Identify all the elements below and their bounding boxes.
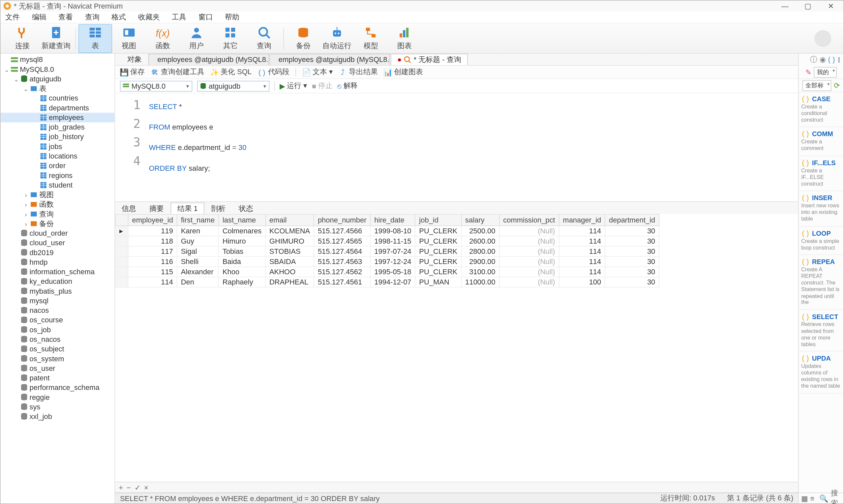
tree-reggie[interactable]: reggie [1, 393, 115, 402]
tree-cloud_user[interactable]: cloud_user [1, 238, 115, 248]
snippet-REPEA[interactable]: ( )REPEACreate A REPEAT construct. The S… [799, 255, 843, 310]
col-commission_pct[interactable]: commission_pct [499, 214, 559, 226]
col-salary[interactable]: salary [461, 214, 499, 226]
gear-icon[interactable]: ◉ [820, 55, 826, 64]
tree-job_history[interactable]: job_history [1, 132, 115, 142]
close-button[interactable]: ✕ [827, 2, 835, 10]
grid-op[interactable]: + [119, 483, 123, 492]
database-combo[interactable]: atguigudb [197, 80, 269, 91]
subtool-txt[interactable]: 📄文本 ▾ [302, 67, 333, 77]
tree-job_grades[interactable]: job_grades [1, 122, 115, 132]
menu-窗口[interactable]: 窗口 [198, 12, 213, 23]
tree-os_system[interactable]: os_system [1, 354, 115, 364]
subtool-braces[interactable]: ( )代码段 [257, 67, 289, 77]
col-phone_number[interactable]: phone_number [314, 214, 370, 226]
menu-收藏夹[interactable]: 收藏夹 [138, 12, 160, 23]
tree-表[interactable]: ⌄表 [1, 84, 115, 93]
snippet-SELECT[interactable]: ( )SELECTRetrieve rows selected from one… [799, 310, 843, 352]
all-tags-combo[interactable]: 全部标 [803, 80, 831, 91]
toolbar-query[interactable]: 查询 [247, 24, 281, 53]
menu-工具[interactable]: 工具 [172, 12, 186, 23]
subtool-tool[interactable]: 🛠查询创建工具 [151, 67, 204, 77]
grid-op[interactable]: − [127, 483, 131, 492]
tree-order[interactable]: order [1, 161, 115, 170]
table-row[interactable]: 118GuyHimuroGHIMURO515.127.45651998-11-1… [115, 236, 659, 246]
grid-op[interactable]: × [144, 483, 148, 492]
col-first_name[interactable]: first_name [177, 214, 219, 226]
minimize-button[interactable]: — [781, 2, 789, 10]
sql-editor[interactable]: 1234 SELECT * FROM employees e WHERE e.d… [115, 93, 798, 202]
tree-nacos[interactable]: nacos [1, 306, 115, 315]
stop-button[interactable]: ■停止 [312, 81, 333, 91]
tree-countries[interactable]: countries [1, 93, 115, 103]
tree-jobs[interactable]: jobs [1, 142, 115, 151]
tree-regions[interactable]: regions [1, 171, 115, 180]
result-tab-信息[interactable]: 信息 [115, 203, 143, 214]
toolbar-plug[interactable]: 连接 [5, 24, 39, 53]
table-row[interactable]: 117SigalTobiasSTOBIAS515.127.45641997-07… [115, 246, 659, 256]
explain-button[interactable]: ⎋解释 [337, 81, 358, 91]
tree-departments[interactable]: departments [1, 103, 115, 113]
tree-os_nacos[interactable]: os_nacos [1, 335, 115, 344]
tree-查询[interactable]: ›查询 [1, 209, 115, 219]
table-row[interactable]: 115AlexanderKhooAKHOO515.127.45621995-05… [115, 267, 659, 277]
tree-information_schema[interactable]: information_schema [1, 267, 115, 276]
toolbar-user[interactable]: 用户 [180, 24, 213, 53]
toolbar-table[interactable]: 表 [78, 24, 112, 53]
panel-toggle-icon[interactable]: ⫿ [838, 55, 841, 64]
toolbar-robot[interactable]: 自动运行 [320, 24, 354, 53]
tree-os_subject[interactable]: os_subject [1, 344, 115, 354]
tree-os_user[interactable]: os_user [1, 364, 115, 373]
editor-code[interactable]: SELECT * FROM employees e WHERE e.depart… [145, 93, 798, 201]
menu-查询[interactable]: 查询 [85, 12, 100, 23]
tree-xxl_job[interactable]: xxl_job [1, 412, 115, 421]
menu-查看[interactable]: 查看 [58, 12, 73, 23]
col-department_id[interactable]: department_id [605, 214, 659, 226]
tree-os_course[interactable]: os_course [1, 316, 115, 325]
table-row[interactable]: 119KarenColmenaresKCOLMENA515.127.456619… [115, 226, 659, 236]
col-manager_id[interactable]: manager_id [559, 214, 605, 226]
connection-tree[interactable]: mysql8⌄MySQL8.0⌄atguigudb⌄表countriesdepa… [1, 54, 115, 503]
info-icon[interactable]: ⓘ [810, 55, 817, 65]
col-last_name[interactable]: last_name [219, 214, 265, 226]
run-button[interactable]: ▶运行 ▾ [280, 81, 307, 91]
grid-nav[interactable]: +−✓× [119, 483, 152, 492]
menu-编辑[interactable]: 编辑 [32, 12, 47, 23]
toolbar-chart[interactable]: 图表 [388, 24, 421, 53]
snippet-IF...ELS[interactable]: ( )IF...ELSCreate a IF...ELSE construct [799, 156, 843, 192]
subtool-save[interactable]: 💾保存 [120, 67, 145, 77]
result-tab-剖析[interactable]: 剖析 [204, 203, 232, 214]
col-job_id[interactable]: job_id [415, 214, 461, 226]
toolbar-plus-doc[interactable]: 新建查询 [39, 24, 73, 53]
grid-icon[interactable]: ▦ [801, 494, 808, 503]
subtool-chart[interactable]: 📊创建图表 [384, 67, 423, 77]
subtool-export[interactable]: ⤴导出结果 [339, 67, 378, 77]
tree-ky_education[interactable]: ky_education [1, 276, 115, 286]
result-tab-状态[interactable]: 状态 [232, 203, 260, 214]
snippet-UPDA[interactable]: ( )UPDAUpdates columns of existing rows … [799, 352, 843, 394]
snippet-COMM[interactable]: ( )COMMCreate a comment [799, 128, 843, 156]
toolbar-backup[interactable]: 备份 [287, 24, 320, 53]
tree-视图[interactable]: ›视图 [1, 190, 115, 199]
tree-db2019[interactable]: db2019 [1, 248, 115, 257]
tree-patent[interactable]: patent [1, 373, 115, 383]
tree-cloud_order[interactable]: cloud_order [1, 229, 115, 238]
snippet-INSER[interactable]: ( )INSERInsert new rows into an existing… [799, 191, 843, 227]
toolbar-fx[interactable]: f(x)函数 [146, 24, 180, 53]
tree-函数[interactable]: ›函数 [1, 199, 115, 209]
tree-student[interactable]: student [1, 180, 115, 190]
menu-帮助[interactable]: 帮助 [225, 12, 239, 23]
toolbar-view[interactable]: 视图 [112, 24, 146, 53]
menu-文件[interactable]: 文件 [5, 12, 20, 23]
connection-combo[interactable]: MySQL8.0 [120, 80, 192, 91]
braces-icon[interactable]: ( ) [828, 55, 835, 64]
menu-格式[interactable]: 格式 [111, 12, 126, 23]
tree-performance_schema[interactable]: performance_schema [1, 383, 115, 392]
tree-os_job[interactable]: os_job [1, 325, 115, 335]
tree-hmdp[interactable]: hmdp [1, 257, 115, 267]
result-grid[interactable]: employee_idfirst_namelast_nameemailphone… [115, 214, 798, 482]
result-tab-结果 1[interactable]: 结果 1 [170, 203, 204, 214]
tree-mysql8[interactable]: mysql8 [1, 55, 115, 64]
subtool-wand[interactable]: ✨美化 SQL [210, 67, 252, 77]
tree-mysql[interactable]: mysql [1, 296, 115, 306]
